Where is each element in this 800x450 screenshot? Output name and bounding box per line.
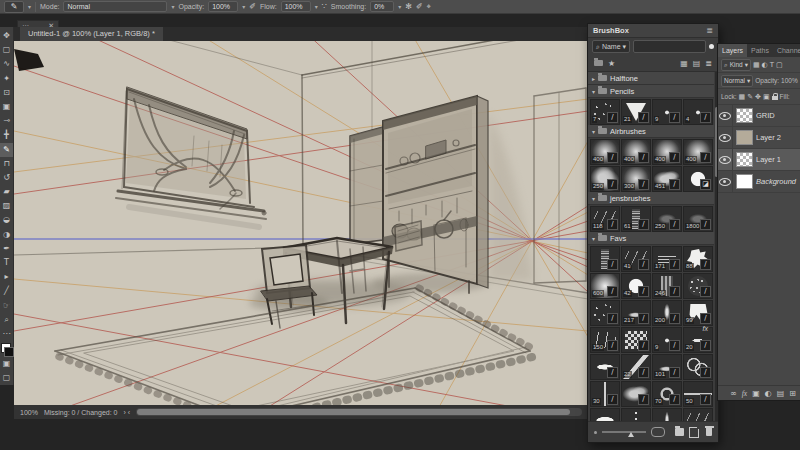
tool-zoom[interactable]: ⌕ [0, 313, 13, 327]
brush-favs-99[interactable]: 99∕ [683, 300, 713, 326]
brush-favs-30[interactable]: 30∕ [590, 381, 620, 407]
tool-eyedropper[interactable]: ⊸ [0, 114, 13, 128]
layer-mask-icon[interactable]: ▣ [752, 389, 760, 398]
brush-group-airbrushes[interactable]: ▾Airbrushes [588, 125, 714, 138]
zoom-level[interactable]: 100% [20, 409, 38, 416]
brush-group-jensbrushes[interactable]: ▾jensbrushes [588, 192, 714, 205]
brush-size-slider[interactable] [602, 431, 646, 433]
new-layer-icon[interactable]: ⊞ [789, 389, 796, 398]
tab-layers[interactable]: Layers [718, 44, 747, 57]
search-scope-select[interactable]: ⌕ Name ▾ [592, 40, 630, 53]
visibility-toggle[interactable] [718, 149, 733, 170]
tool-marquee[interactable]: ▢ [0, 43, 13, 57]
visibility-toggle[interactable] [718, 127, 733, 148]
tool-lasso[interactable]: ∿ [0, 57, 13, 71]
screen-mode-button[interactable]: ▢ [0, 371, 13, 385]
brush-favs-strip[interactable]: ∕ [590, 246, 620, 272]
chevron-down-icon[interactable]: ▾ [315, 3, 318, 10]
brush-group-favs[interactable]: ▾Favs [588, 232, 714, 245]
group-icon[interactable]: ▤ [777, 389, 785, 398]
layer-filter-select[interactable]: ⌕ Kind ▾ [721, 59, 751, 71]
brush-favs-squiggle[interactable]: ∕ [683, 354, 713, 380]
brush-jensbrushes-250[interactable]: 250∕ [652, 206, 682, 232]
brush-group-pencils[interactable]: ▾Pencils [588, 85, 714, 98]
layer-style-icon[interactable]: fx [742, 389, 747, 398]
brush-favs-150[interactable]: 150∕ [590, 327, 620, 353]
slider-thumb[interactable] [628, 432, 634, 437]
brush-preset-icon[interactable]: ✎ [4, 1, 24, 13]
visibility-toggle[interactable] [718, 105, 733, 126]
brush-favs-22[interactable]: 22∕ [621, 354, 651, 380]
brush-airbrushes-400[interactable]: 400∕ [621, 139, 651, 165]
brush-favs-ellipse[interactable]: ∕ [590, 354, 620, 380]
visibility-toggle[interactable] [718, 171, 733, 192]
brush-pencils-7[interactable]: 7∕ [590, 99, 620, 125]
flow-field[interactable]: 100% [281, 1, 311, 12]
link-layers-icon[interactable]: ∞ [730, 389, 737, 398]
brush-airbrushes-250[interactable]: 250∕ [590, 166, 620, 192]
tool-quick-select[interactable]: ✦ [0, 72, 13, 86]
document-tab[interactable]: Untitled-1 @ 100% (Layer 1, RGB/8) * [20, 27, 163, 41]
new-folder-icon[interactable] [594, 60, 603, 66]
tool-blur[interactable]: ◒ [0, 213, 13, 227]
scrollbar-thumb[interactable] [137, 409, 570, 415]
tool-type[interactable]: T [0, 256, 13, 270]
brush-search-input[interactable] [633, 40, 706, 53]
panel-menu-icon[interactable]: ≣ [706, 26, 713, 35]
tool-hand[interactable]: ☞ [0, 299, 13, 313]
lock-transparency-icon[interactable]: ▦ [739, 93, 746, 101]
tool-line[interactable]: ╱ [0, 284, 13, 298]
lock-pixels-icon[interactable]: ✎ [747, 93, 753, 101]
brush-favs-101[interactable]: 101∕ [652, 354, 682, 380]
tool-gradient[interactable]: ▨ [0, 199, 13, 213]
filter-pixel-icon[interactable]: ▦ [753, 61, 760, 69]
brush-jensbrushes-61[interactable]: 61∕ [621, 206, 651, 232]
blend-mode-select[interactable]: Normal ▾ [721, 75, 753, 87]
tool-crop[interactable]: ⊡ [0, 86, 13, 100]
opacity-field[interactable]: 100% [208, 1, 238, 12]
tool-eraser[interactable]: ▰ [0, 185, 13, 199]
brush-favs-88[interactable]: 88∕ [683, 246, 713, 272]
chevron-down-icon[interactable]: ▾ [242, 3, 245, 10]
brush-favs-70[interactable]: 70∕ [652, 381, 682, 407]
filter-adjustment-icon[interactable]: ◐ [762, 61, 768, 69]
brush-favs-60[interactable]: 60∕ [683, 408, 713, 421]
color-swatches[interactable] [0, 343, 13, 357]
brush-favs-600[interactable]: 600∕ [590, 273, 620, 299]
brush-airbrushes-400[interactable]: 400∕ [683, 139, 713, 165]
brush-favs-speckle[interactable]: ∕ [683, 273, 713, 299]
tool-healing[interactable]: ╋ [0, 128, 13, 142]
brush-favs-20[interactable]: 20∕ [683, 327, 713, 353]
status-arrows[interactable]: › ‹ [123, 409, 130, 416]
brush-favs-171[interactable]: 171∕ [652, 246, 682, 272]
brush-favs-217[interactable]: 217∕ [621, 300, 651, 326]
layer-row-grid[interactable]: GRID [718, 105, 800, 127]
brush-favs-9[interactable]: 9∕ [652, 327, 682, 353]
symmetry-icon[interactable]: ⌖ [427, 2, 432, 12]
brush-pencils-21[interactable]: 21∕ [621, 99, 651, 125]
tool-clone-stamp[interactable]: ⊓ [0, 157, 13, 171]
tool-move[interactable]: ✥ [0, 29, 13, 43]
mode-select[interactable]: Normal [63, 1, 167, 12]
airbrush-icon[interactable]: ∵ [322, 2, 327, 12]
brush-airbrushes-400[interactable]: 400∕ [652, 139, 682, 165]
adjustment-layer-icon[interactable]: ◐ [765, 389, 772, 398]
filter-type-icon[interactable]: T [770, 61, 774, 69]
smoothing-field[interactable]: 0% [370, 1, 394, 12]
chevron-down-icon[interactable]: ▾ [28, 3, 31, 10]
brush-jensbrushes-118[interactable]: 118∕ [590, 206, 620, 232]
layer-row-layer-1[interactable]: Layer 1 [718, 149, 800, 171]
background-color-swatch[interactable] [4, 347, 14, 357]
smoothing-gear-icon[interactable]: ✻ [405, 2, 412, 12]
brush-favs-42[interactable]: 42∕ [621, 273, 651, 299]
brush-jensbrushes-1800[interactable]: 1800∕ [683, 206, 713, 232]
brush-airbrushes-451[interactable]: 451∕ [652, 166, 682, 192]
brush-favs-51[interactable]: 51∕ [590, 408, 620, 421]
list-view-icon[interactable]: ▤ [693, 59, 701, 68]
pressure-size-icon[interactable]: ✐ [416, 2, 423, 12]
trash-icon[interactable] [706, 428, 712, 436]
chevron-down-icon[interactable]: ▾ [398, 3, 401, 10]
tab-paths[interactable]: Paths [747, 44, 773, 57]
brush-favs-noise[interactable]: ∕ [590, 300, 620, 326]
grid-view-icon[interactable]: ▦ [680, 59, 688, 68]
